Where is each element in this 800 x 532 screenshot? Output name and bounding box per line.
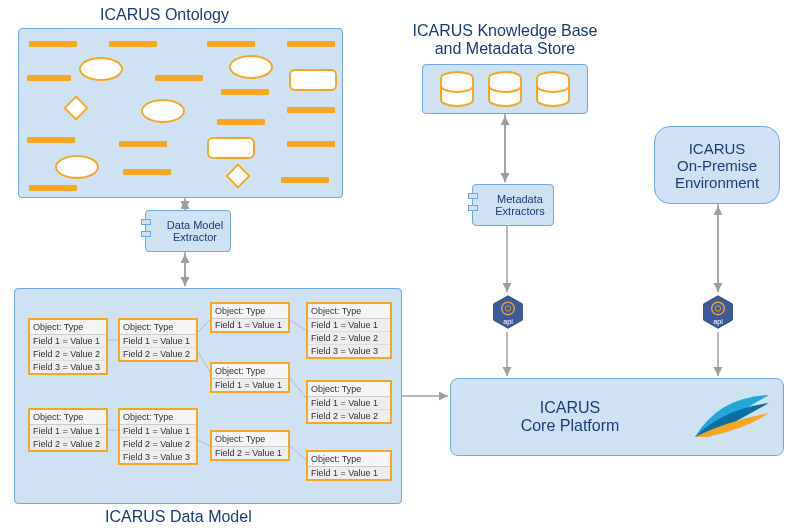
object-header: Object: Type (30, 410, 106, 425)
me-l1: Metadata (497, 193, 543, 205)
ont-bar (29, 185, 77, 191)
ont-diamond (63, 95, 88, 120)
onprem-box: ICARUS On-Premise Environment (654, 126, 780, 204)
object-field: Field 3 = Value 3 (308, 345, 390, 357)
ont-bar (221, 89, 269, 95)
ont-bar (287, 141, 335, 147)
object-header: Object: Type (308, 304, 390, 319)
object-field: Field 1 = Value 1 (120, 335, 196, 348)
svg-text:api: api (713, 317, 723, 326)
ont-ellipse (141, 99, 185, 123)
ont-bar (109, 41, 157, 47)
object-field: Field 1 = Value 1 (30, 425, 106, 438)
object-field: Field 1 = Value 1 (308, 397, 390, 410)
kb-title-l1: ICARUS Knowledge Base (413, 22, 598, 39)
kb-title-l2: and Metadata Store (435, 40, 576, 57)
ont-ellipse (79, 57, 123, 81)
ont-ellipse (55, 155, 99, 179)
ont-bar (27, 137, 75, 143)
object-header: Object: Type (308, 452, 390, 467)
object-field: Field 2 = Value 1 (212, 447, 288, 459)
svg-text:api: api (503, 317, 513, 326)
object-field: Field 3 = Value 3 (30, 361, 106, 373)
object-header: Object: Type (212, 364, 288, 379)
me-l2: Extractors (495, 205, 545, 217)
ontology-title: ICARUS Ontology (100, 6, 229, 24)
ont-roundrect (207, 137, 255, 159)
object-field: Field 1 = Value 1 (308, 467, 390, 479)
kb-title: ICARUS Knowledge Base and Metadata Store (395, 22, 615, 58)
object-header: Object: Type (30, 320, 106, 335)
ontology-box (18, 28, 343, 198)
ont-bar (27, 75, 71, 81)
ont-bar (281, 177, 329, 183)
object-field: Field 2 = Value 2 (308, 410, 390, 422)
ont-bar (287, 41, 335, 47)
object-type: Object: TypeField 1 = Value 1Field 2 = V… (118, 318, 198, 362)
object-type: Object: TypeField 1 = Value 1Field 2 = V… (306, 380, 392, 424)
onprem-l1: ICARUS (689, 140, 746, 157)
object-header: Object: Type (120, 320, 196, 335)
object-type: Object: TypeField 1 = Value 1Field 2 = V… (118, 408, 198, 465)
kb-box (422, 64, 588, 114)
cylinder-icon (437, 71, 477, 109)
object-field: Field 2 = Value 2 (120, 348, 196, 360)
core-l1: ICARUS (540, 399, 600, 416)
object-field: Field 3 = Value 3 (120, 451, 196, 463)
api-node-icon: api (490, 294, 526, 330)
data-model-extractor: Data Model Extractor (145, 210, 231, 252)
object-type: Object: TypeField 1 = Value 1 (210, 362, 290, 393)
ont-roundrect (289, 69, 337, 91)
object-type: Object: TypeField 1 = Value 1Field 2 = V… (28, 318, 108, 375)
object-field: Field 1 = Value 1 (308, 319, 390, 332)
cylinder-icon (533, 71, 573, 109)
object-field: Field 2 = Value 2 (308, 332, 390, 345)
object-type: Object: TypeField 2 = Value 1 (210, 430, 290, 461)
ont-bar (155, 75, 203, 81)
cylinder-icon (485, 71, 525, 109)
object-type: Object: TypeField 1 = Value 1Field 2 = V… (306, 302, 392, 359)
metadata-extractors: Metadata Extractors (472, 184, 554, 226)
ont-bar (123, 169, 171, 175)
ont-bar (217, 119, 265, 125)
object-field: Field 1 = Value 1 (212, 319, 288, 331)
object-type: Object: TypeField 1 = Value 1Field 2 = V… (28, 408, 108, 452)
datamodel-title: ICARUS Data Model (105, 508, 252, 526)
object-type: Object: TypeField 1 = Value 1 (306, 450, 392, 481)
api-node-icon: api (700, 294, 736, 330)
object-header: Object: Type (120, 410, 196, 425)
object-field: Field 1 = Value 1 (212, 379, 288, 391)
ont-bar (29, 41, 77, 47)
dme-l2: Extractor (173, 231, 217, 243)
object-field: Field 1 = Value 1 (30, 335, 106, 348)
ont-bar (119, 141, 167, 147)
feather-icon (689, 387, 775, 447)
dme-l1: Data Model (167, 219, 223, 231)
object-type: Object: TypeField 1 = Value 1 (210, 302, 290, 333)
onprem-l2: On-Premise (677, 157, 757, 174)
object-header: Object: Type (212, 432, 288, 447)
object-field: Field 2 = Value 2 (30, 348, 106, 361)
object-header: Object: Type (212, 304, 288, 319)
object-field: Field 2 = Value 2 (30, 438, 106, 450)
object-field: Field 2 = Value 2 (120, 438, 196, 451)
onprem-l3: Environment (675, 174, 759, 191)
ont-bar (207, 41, 255, 47)
ont-ellipse (229, 55, 273, 79)
ont-diamond (225, 163, 250, 188)
object-field: Field 1 = Value 1 (120, 425, 196, 438)
object-header: Object: Type (308, 382, 390, 397)
ont-bar (287, 107, 335, 113)
core-l2: Core Platform (521, 417, 620, 434)
core-platform-box: ICARUS Core Platform (450, 378, 784, 456)
